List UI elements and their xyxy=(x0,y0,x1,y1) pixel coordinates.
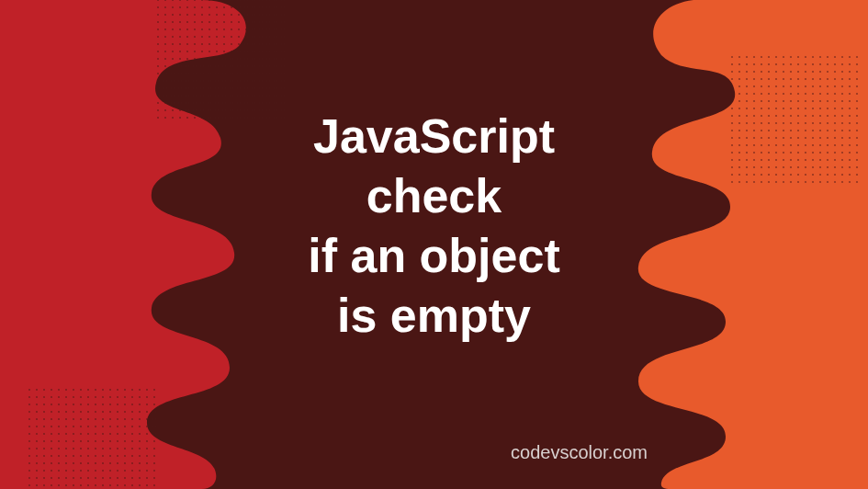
title-container: JavaScript check if an object is empty xyxy=(0,0,868,489)
title-line-1: JavaScript xyxy=(313,107,555,166)
banner-canvas: JavaScript check if an object is empty c… xyxy=(0,0,868,489)
title-line-4: is empty xyxy=(337,286,531,346)
watermark-text: codevscolor.com xyxy=(511,442,648,463)
title-line-2: check xyxy=(366,166,502,226)
title-line-3: if an object xyxy=(308,226,559,286)
